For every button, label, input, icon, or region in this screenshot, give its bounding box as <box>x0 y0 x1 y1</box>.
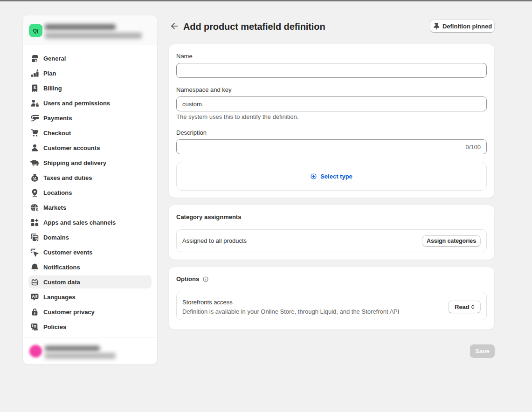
svg-text:$: $ <box>36 207 38 212</box>
svg-text:A: A <box>32 294 35 299</box>
svg-text:$: $ <box>33 85 36 90</box>
